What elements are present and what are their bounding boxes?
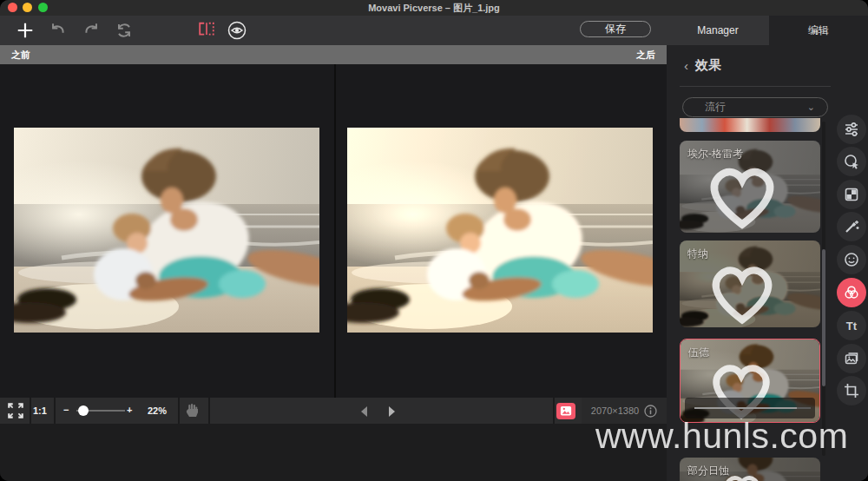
after-photo[interactable] bbox=[347, 128, 653, 333]
picture-overlay-icon[interactable] bbox=[837, 344, 866, 373]
effect-card[interactable]: 部分日蚀 bbox=[680, 458, 820, 481]
effect-card-selected[interactable]: 伍德 bbox=[680, 339, 820, 423]
save-button[interactable]: 保存 bbox=[580, 21, 651, 37]
divider bbox=[680, 86, 831, 87]
crop-icon[interactable] bbox=[837, 376, 866, 405]
effects-icon[interactable] bbox=[837, 278, 866, 307]
compare-icon[interactable] bbox=[197, 21, 216, 40]
dimensions-text: 2070×1380 bbox=[591, 405, 639, 416]
separator bbox=[54, 398, 56, 424]
undo-icon[interactable] bbox=[48, 21, 67, 40]
window-footer-space bbox=[0, 424, 667, 481]
window-title: Movavi Picverse – 图片_1.jpg bbox=[0, 2, 868, 15]
chevron-down-icon: ⌄ bbox=[807, 102, 815, 113]
next-image-icon[interactable] bbox=[385, 405, 398, 418]
image-info-icon[interactable] bbox=[556, 403, 575, 419]
after-label: 之后 bbox=[636, 49, 655, 62]
back-icon[interactable]: ‹ bbox=[684, 58, 688, 73]
zoom-out-button[interactable]: − bbox=[63, 405, 69, 415]
before-photo[interactable] bbox=[14, 128, 319, 333]
pane-divider bbox=[334, 64, 336, 398]
restyle-icon[interactable] bbox=[837, 147, 866, 176]
tab-manager[interactable]: Manager bbox=[667, 16, 769, 45]
magic-wand-icon[interactable] bbox=[837, 212, 866, 241]
background-icon[interactable] bbox=[837, 180, 866, 209]
previous-image-icon[interactable] bbox=[358, 405, 372, 418]
category-value: 流行 bbox=[705, 100, 726, 115]
intensity-slider-tail bbox=[797, 407, 811, 409]
actual-size-button[interactable]: 1:1 bbox=[33, 405, 47, 416]
effect-card[interactable]: 特纳 bbox=[680, 240, 820, 327]
panel-title: 效果 bbox=[695, 57, 721, 74]
scrollbar-thumb[interactable] bbox=[822, 249, 825, 386]
app-window: Movavi Picverse – 图片_1.jpg 保存 Manager 编辑… bbox=[0, 0, 868, 481]
separator bbox=[30, 398, 31, 424]
compare-header-bar bbox=[0, 45, 667, 64]
separator bbox=[208, 398, 210, 424]
watermark: www.hunls.com bbox=[595, 416, 868, 457]
intensity-slider[interactable] bbox=[694, 407, 797, 409]
text-icon[interactable]: Tt bbox=[837, 311, 866, 340]
fit-screen-icon[interactable] bbox=[6, 401, 25, 420]
add-icon[interactable] bbox=[16, 21, 35, 40]
adjust-icon[interactable] bbox=[837, 115, 866, 144]
favorite-heart-icon[interactable] bbox=[680, 147, 812, 233]
zoom-percentage: 22% bbox=[148, 405, 167, 416]
favorite-heart-icon[interactable] bbox=[680, 464, 812, 481]
category-dropdown[interactable]: 流行 ⌄ bbox=[682, 97, 828, 117]
preview-eye-icon[interactable] bbox=[227, 21, 247, 40]
before-label: 之前 bbox=[11, 49, 30, 62]
reset-icon[interactable] bbox=[115, 21, 134, 40]
text-icon-glyph: Tt bbox=[846, 320, 857, 333]
tab-edit[interactable]: 编辑 bbox=[769, 16, 868, 45]
effect-card[interactable]: 埃尔-格雷考 bbox=[680, 141, 820, 233]
zoom-slider-knob[interactable] bbox=[78, 405, 89, 416]
separator bbox=[178, 398, 180, 424]
separator bbox=[553, 398, 555, 424]
favorite-heart-icon[interactable] bbox=[680, 247, 812, 327]
zoom-in-button[interactable]: + bbox=[127, 405, 132, 415]
redo-icon[interactable] bbox=[82, 21, 102, 40]
face-retouch-icon[interactable] bbox=[837, 245, 866, 274]
effect-card-partial[interactable] bbox=[680, 118, 820, 132]
hand-tool-icon[interactable] bbox=[183, 402, 201, 419]
panel-header: ‹ 效果 bbox=[684, 57, 721, 74]
